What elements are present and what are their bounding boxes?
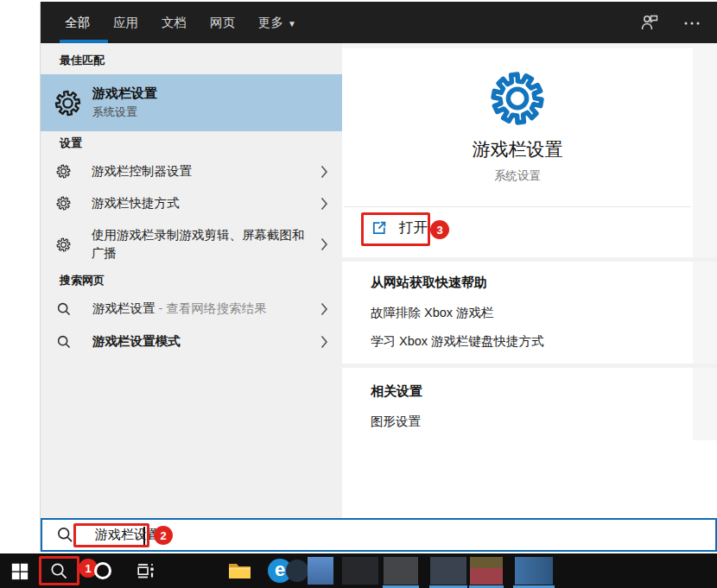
help-section-header: 从网站获取快速帮助 <box>371 275 487 291</box>
censored-icon[interactable] <box>286 560 308 582</box>
censored-app-icon[interactable] <box>308 557 333 585</box>
help-link-shortcuts[interactable]: 学习 Xbox 游戏栏键盘快捷方式 <box>371 333 544 350</box>
open-action[interactable]: 打开 <box>371 218 428 237</box>
best-match-subtitle: 系统设置 <box>92 104 157 120</box>
divider <box>344 206 691 207</box>
censored-app-icon[interactable] <box>515 557 553 585</box>
search-header: 全部 应用 文档 网页 更多▼ <box>41 2 717 43</box>
related-link-graphics[interactable]: 图形设置 <box>371 414 421 430</box>
result-label: 使用游戏栏录制游戏剪辑、屏幕截图和广播 <box>92 226 306 262</box>
tab-apps[interactable]: 应用 <box>113 15 138 31</box>
launch-icon <box>371 219 388 237</box>
windows-start-button[interactable] <box>10 561 29 580</box>
section-band <box>342 364 717 368</box>
tab-documents[interactable]: 文档 <box>162 15 187 31</box>
gear-icon <box>56 196 71 211</box>
censored-app-icon[interactable] <box>384 557 418 585</box>
search-bar: 2 <box>41 518 717 552</box>
hero-subtitle: 系统设置 <box>342 168 693 184</box>
text-cursor <box>143 527 145 545</box>
annotation-badge-2: 2 <box>154 526 173 545</box>
chevron-right-icon[interactable] <box>320 335 328 349</box>
search-flyout-window: 全部 应用 文档 网页 更多▼ 最佳匹配 <box>40 2 717 552</box>
best-match-header: 最佳匹配 <box>60 53 105 68</box>
task-view-icon[interactable] <box>136 560 156 581</box>
best-match-result[interactable]: 游戏栏设置 系统设置 <box>41 74 342 131</box>
open-label: 打开 <box>399 218 428 237</box>
chevron-right-icon[interactable] <box>320 165 328 179</box>
result-label: 游戏栏设置 - 查看网络搜索结果 <box>92 300 266 318</box>
detail-panel: 游戏栏设置 系统设置 打开 3 从网站获取快速帮助 故障排除 Xbox 游 <box>342 43 717 518</box>
more-options-icon[interactable] <box>682 12 701 33</box>
result-label: 游戏栏控制器设置 <box>92 162 192 180</box>
search-icon <box>56 301 72 317</box>
feedback-user-icon[interactable] <box>639 12 660 33</box>
search-input[interactable] <box>95 528 190 542</box>
search-filter-tabs: 全部 应用 文档 网页 更多▼ <box>65 2 296 43</box>
taskbar-search-icon[interactable] <box>49 561 69 581</box>
result-label: 游戏栏设置模式 <box>92 332 181 351</box>
settings-section-header: 设置 <box>60 136 82 151</box>
chevron-down-icon: ▼ <box>288 19 296 28</box>
chevron-right-icon[interactable] <box>320 237 328 251</box>
panel-gutter <box>693 43 717 440</box>
chevron-right-icon[interactable] <box>320 197 328 211</box>
censored-app-icon[interactable] <box>342 557 378 585</box>
result-game-bar-controller-settings[interactable]: 游戏栏控制器设置 <box>41 155 342 187</box>
tab-web[interactable]: 网页 <box>210 15 235 31</box>
best-match-title: 游戏栏设置 <box>92 85 157 102</box>
web-result-game-bar-settings[interactable]: 游戏栏设置 - 查看网络搜索结果 <box>41 293 342 326</box>
search-icon <box>56 334 72 350</box>
web-result-game-bar-settings-mode[interactable]: 游戏栏设置模式 <box>41 326 342 358</box>
result-game-bar-record[interactable]: 使用游戏栏录制游戏剪辑、屏幕截图和广播 <box>41 219 342 269</box>
file-explorer-icon[interactable] <box>228 560 251 581</box>
search-icon <box>56 526 74 544</box>
result-game-bar-shortcuts[interactable]: 游戏栏快捷方式 <box>41 187 342 219</box>
annotation-badge-3: 3 <box>430 220 449 239</box>
web-query: 游戏栏设置 <box>92 301 155 315</box>
cortana-icon[interactable] <box>94 562 111 579</box>
results-panel: 最佳匹配 游戏栏设置 系统设置 设置 游戏栏控制器设置 游戏栏快捷 <box>41 43 342 518</box>
help-link-troubleshoot[interactable]: 故障排除 Xbox 游戏栏 <box>371 305 494 321</box>
result-label: 游戏栏快捷方式 <box>92 194 180 212</box>
tab-more[interactable]: 更多▼ <box>258 15 296 31</box>
desktop: 全部 应用 文档 网页 更多▼ 最佳匹配 <box>0 0 717 588</box>
tab-more-label: 更多 <box>258 16 283 29</box>
settings-gear-icon <box>490 71 545 126</box>
taskbar: 1 e <box>0 553 717 588</box>
tab-all[interactable]: 全部 <box>65 15 90 31</box>
section-band <box>342 257 717 262</box>
censored-app-icon[interactable] <box>470 557 503 585</box>
hero-section: 游戏栏设置 系统设置 <box>342 43 693 184</box>
hero-title: 游戏栏设置 <box>342 137 693 161</box>
gear-icon <box>56 237 71 252</box>
related-settings-header: 相关设置 <box>371 383 422 400</box>
censored-app-icon[interactable] <box>430 557 466 585</box>
web-suffix: - 查看网络搜索结果 <box>155 301 267 315</box>
chevron-right-icon[interactable] <box>320 302 328 316</box>
web-section-header: 搜索网页 <box>60 273 105 288</box>
gear-icon <box>54 90 81 117</box>
gear-icon <box>56 164 71 179</box>
